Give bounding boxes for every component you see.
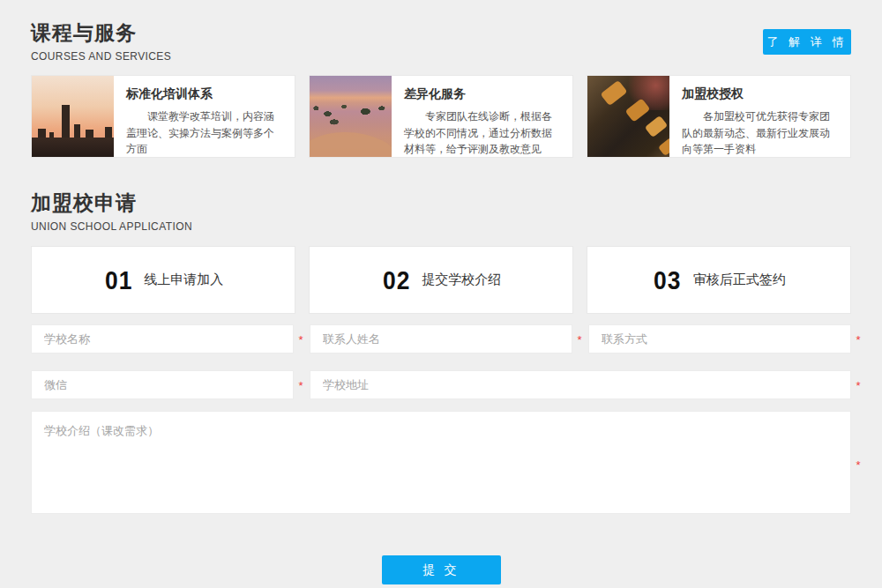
wechat-field: * (31, 370, 294, 399)
required-marker: * (575, 333, 584, 346)
application-section: 加盟校申请 UNION SCHOOL APPLICATION 01 线上申请加入… (31, 158, 851, 584)
step-label: 提交学校介绍 (422, 272, 501, 288)
school-address-input[interactable] (310, 370, 851, 399)
course-cards: 标准化培训体系 课堂教学改革培训，内容涵盖理论、实操方法与案例等多个方面 差异化… (31, 75, 851, 158)
application-form: * * * * * (31, 324, 851, 584)
step-number: 03 (654, 265, 681, 295)
application-section-header: 加盟校申请 UNION SCHOOL APPLICATION (31, 158, 851, 233)
form-row: * (31, 411, 851, 517)
school-name-field: * (31, 324, 294, 354)
required-marker: * (854, 333, 863, 346)
city-skyline-sunset-image (32, 76, 114, 157)
card-description: 专家团队在线诊断，根据各学校的不同情况，通过分析数据材料等，给予评测及教改意见 (404, 108, 562, 158)
courses-section-header: 课程与服务 COURSES AND SERVICES (31, 0, 851, 63)
courses-section: 课程与服务 COURSES AND SERVICES 了 解 详 情 标准化培训… (31, 0, 851, 158)
form-row: * * (31, 370, 851, 399)
step-number: 02 (383, 265, 410, 295)
contact-name-input[interactable] (310, 324, 572, 354)
contact-info-field: * (588, 324, 851, 354)
step-label: 线上申请加入 (144, 272, 223, 288)
application-section-subtitle: UNION SCHOOL APPLICATION (31, 220, 851, 233)
courses-section-title: 课程与服务 (31, 19, 851, 47)
step-number: 01 (105, 265, 132, 295)
required-marker: * (296, 333, 305, 346)
wechat-input[interactable] (31, 370, 294, 399)
learn-more-button[interactable]: 了 解 详 情 (763, 29, 851, 55)
school-address-field: * (310, 370, 851, 399)
card-differentiated-service: 差异化服务 专家团队在线诊断，根据各学校的不同情况，通过分析数据材料等，给予评测… (309, 75, 573, 158)
required-marker: * (854, 379, 863, 392)
card-body: 标准化培训体系 课堂教学改革培训，内容涵盖理论、实操方法与案例等多个方面 (114, 76, 295, 157)
step-sign-contract: 03 审核后正式签约 (587, 246, 851, 314)
page: 课程与服务 COURSES AND SERVICES 了 解 详 情 标准化培训… (0, 0, 882, 588)
card-standard-training: 标准化培训体系 课堂教学改革培训，内容涵盖理论、实操方法与案例等多个方面 (31, 75, 295, 158)
step-apply-online: 01 线上申请加入 (31, 246, 295, 314)
card-body: 差异化服务 专家团队在线诊断，根据各学校的不同情况，通过分析数据材料等，给予评测… (392, 76, 572, 157)
submit-button[interactable]: 提 交 (382, 555, 501, 584)
desert-dusk-image (310, 76, 392, 157)
card-body: 加盟校授权 各加盟校可优先获得专家团队的最新动态、最新行业发展动向等第一手资料 (669, 76, 850, 157)
card-description: 各加盟校可优先获得专家团队的最新动态、最新行业发展动向等第一手资料 (682, 108, 840, 158)
card-franchise-authorization: 加盟校授权 各加盟校可优先获得专家团队的最新动态、最新行业发展动向等第一手资料 (587, 75, 851, 158)
school-introduction-field: * (31, 411, 851, 517)
required-marker: * (296, 379, 305, 392)
step-label: 审核后正式签约 (693, 272, 786, 288)
film-strip-image (587, 76, 669, 157)
form-row: * * * (31, 324, 851, 354)
card-description: 课堂教学改革培训，内容涵盖理论、实操方法与案例等多个方面 (126, 108, 284, 158)
card-title: 差异化服务 (404, 86, 562, 102)
courses-section-subtitle: COURSES AND SERVICES (31, 50, 851, 63)
school-name-input[interactable] (31, 324, 294, 354)
contact-name-field: * (310, 324, 572, 354)
application-steps: 01 线上申请加入 02 提交学校介绍 03 审核后正式签约 (31, 246, 851, 314)
step-submit-introduction: 02 提交学校介绍 (309, 246, 573, 314)
contact-info-input[interactable] (588, 324, 851, 354)
card-title: 加盟校授权 (682, 86, 840, 102)
application-section-title: 加盟校申请 (31, 190, 851, 217)
card-title: 标准化培训体系 (126, 86, 284, 102)
required-marker: * (854, 458, 863, 472)
school-introduction-textarea[interactable] (31, 411, 851, 514)
